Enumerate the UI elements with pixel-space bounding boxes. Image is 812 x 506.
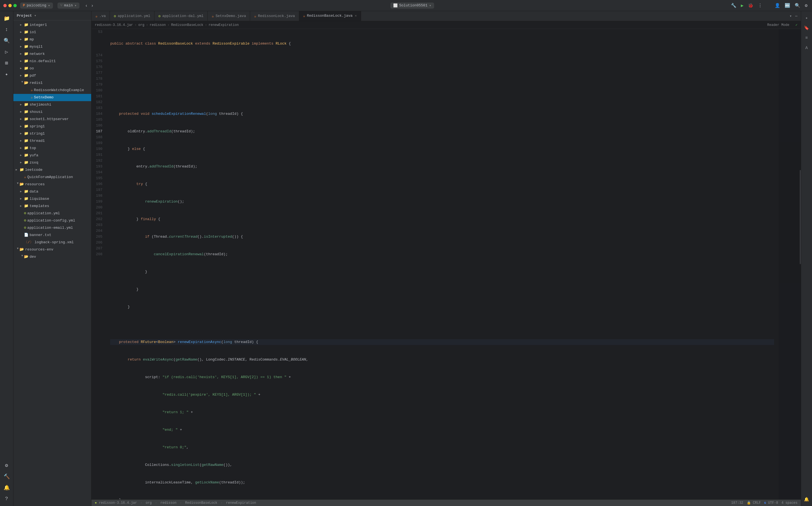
sidebar-item-appconfig[interactable]: ⚙ application-config.yml <box>13 217 91 224</box>
search-icon[interactable]: 🔍 <box>794 2 801 9</box>
reader-mode-button[interactable]: Reader Mode <box>765 22 792 27</box>
sidebar-item-redis1[interactable]: ▶ 📂 redis1 <box>13 79 91 87</box>
sidebar-item-appyml[interactable]: ⚙ application.yml <box>13 210 91 217</box>
sidebar-item-yufa[interactable]: ▶ 📁 yufa <box>13 152 91 159</box>
sidebar-item-top[interactable]: ▶ 📁 top <box>13 145 91 152</box>
breadcrumb-redisson[interactable]: redisson <box>150 23 166 27</box>
structure-icon[interactable]: ≡ <box>802 33 811 43</box>
git-icon[interactable]: ↕ <box>2 24 12 34</box>
sidebar-item-appemail[interactable]: ⚙ application-email.yml <box>13 224 91 232</box>
sidebar-dropdown-icon[interactable]: ▾ <box>34 13 36 18</box>
sidebar-item-mysql1[interactable]: ▶ 📁 mysql1 <box>13 43 91 51</box>
breadcrumb-method[interactable]: renewExpiration <box>209 23 239 27</box>
solution-selector[interactable]: ⬜ Solution05501 ▾ <box>390 2 434 9</box>
sidebar-item-socket[interactable]: ▶ 📁 socket1.httpserver <box>13 116 91 123</box>
back-button[interactable]: ‹ <box>84 2 89 9</box>
branch-dropdown-icon: ▾ <box>74 3 77 8</box>
breadcrumb-jar[interactable]: redisson-3.16.4.jar <box>95 23 133 27</box>
extensions-icon[interactable]: ⊞ <box>2 58 12 68</box>
tab-close-icon[interactable]: ✕ <box>355 14 357 18</box>
settings-sidebar-icon[interactable]: ⚙ <box>2 460 12 470</box>
tools-icon[interactable]: 🔧 <box>730 2 738 9</box>
tab-label: RedissonLock.java <box>258 14 295 18</box>
project-selector[interactable]: P paicoding ▾ <box>20 2 53 9</box>
sidebar-item-zsxq[interactable]: ▶ 📁 zsxq <box>13 159 91 166</box>
notification-icon[interactable]: 🔔 <box>2 483 12 493</box>
status-class[interactable]: RedissonBaseLock <box>185 501 217 505</box>
sidebar-item-pdf[interactable]: ▶ 📁 pdf <box>13 72 91 79</box>
tab-setnx[interactable]: ☕ SetnxDemo.java <box>208 11 250 21</box>
translate-right-icon[interactable]: A <box>802 44 811 53</box>
navigation-buttons: ‹ › <box>84 2 95 9</box>
status-indent[interactable]: 4 spaces <box>781 501 798 505</box>
breadcrumb-class[interactable]: RedissonBaseLock <box>171 23 203 27</box>
build-icon[interactable]: 🔨 <box>2 472 12 482</box>
project-name: paicoding <box>27 3 46 7</box>
bookmarks-icon[interactable]: 🔖 <box>802 23 811 32</box>
sidebar-item-watchdog[interactable]: ☕ RedissonWatchdogExample <box>13 87 91 94</box>
tab-more-icon[interactable]: ⋯ <box>794 13 799 19</box>
code-line-190: "redis.call('pexpire', KEYS[1], ARGV[1])… <box>110 392 774 398</box>
status-redisson[interactable]: redisson <box>160 501 176 505</box>
tab-appdal[interactable]: ⚙ application-dal.yml <box>154 11 208 21</box>
forward-button[interactable]: › <box>90 2 94 9</box>
sidebar-item-string1[interactable]: ▶ 📁 string1 <box>13 130 91 137</box>
sidebar-item-mp[interactable]: ▶ 📁 mp <box>13 36 91 43</box>
run-icon[interactable]: ▶ <box>740 2 745 9</box>
code-container[interactable]: 53 174 175 176 177 178 179 180 181 182 1… <box>91 29 801 499</box>
sidebar-item-setnxdemo[interactable]: ☕ SetnxDemo <box>13 94 91 101</box>
notifications-right-icon[interactable]: 🔔 <box>802 495 811 504</box>
translate-icon[interactable]: 🔤 <box>784 2 791 9</box>
sidebar-item-shousi[interactable]: ▶ 📁 shousi <box>13 108 91 116</box>
sidebar-item-oo[interactable]: ▶ 📁 oo <box>13 65 91 72</box>
sidebar-item-resources[interactable]: ▶ 📂 resources <box>13 181 91 188</box>
maximize-button[interactable] <box>13 4 17 7</box>
sidebar-item-liquibase[interactable]: ▶ 📁 liquibase <box>13 195 91 202</box>
status-method[interactable]: renewExpiration <box>226 501 256 505</box>
sidebar-item-shejimoshi[interactable]: ▶ 📁 shejimoshi <box>13 101 91 108</box>
sidebar-item-nio[interactable]: ▶ 📁 nio.default1 <box>13 58 91 65</box>
sidebar-item-leetcode[interactable]: ▶ 📁 leetcode <box>13 166 91 174</box>
sidebar-item-io1[interactable]: ▶ 📁 io1 <box>13 29 91 36</box>
tab-appyml[interactable]: ⚙ application.yml <box>110 11 154 21</box>
more-icon[interactable]: ⋮ <box>757 2 763 9</box>
status-position[interactable]: 187:32 <box>731 501 743 505</box>
tab-java1[interactable]: ☕ .va <box>91 11 110 21</box>
run-sidebar-icon[interactable]: ▷ <box>2 47 12 57</box>
tab-list-icon[interactable]: ▾ <box>788 13 793 19</box>
sidebar-item-quickforum[interactable]: ☕ QuickForumApplication <box>13 174 91 181</box>
status-encoding[interactable]: 🔒 CRLF <box>747 501 761 505</box>
profile-icon[interactable]: 👤 <box>773 2 781 9</box>
tab-redissonlock[interactable]: ☕ RedissonLock.java <box>250 11 299 21</box>
code-editor[interactable]: public abstract class RedissonBaseLock e… <box>106 29 779 499</box>
close-button[interactable] <box>3 4 7 7</box>
sidebar-item-network[interactable]: ▶ 📁 network <box>13 51 91 58</box>
debug-icon[interactable]: 🐞 <box>747 2 754 9</box>
sidebar-item-data[interactable]: ▶ 📁 data <box>13 188 91 195</box>
branch-selector[interactable]: ⑂ main ▾ <box>58 2 79 9</box>
ai-icon[interactable]: ✦ <box>2 69 12 79</box>
sidebar-item-dev[interactable]: ▶ 📂 dev <box>13 253 91 260</box>
tab-redissonbaselock[interactable]: ☕ RedissonBaseLock.java ✕ <box>299 11 361 21</box>
sidebar-content[interactable]: ▶ 📁 integer1 ▶ 📁 io1 ▶ 📁 mp ▶ 📁 mysql1 ▶ <box>13 20 91 506</box>
settings-icon[interactable]: ⚙ <box>804 2 809 9</box>
explorer-icon[interactable]: 📁 <box>2 13 12 23</box>
sidebar-item-resources-env[interactable]: ▶ 📂 resources-env <box>13 246 91 253</box>
breadcrumb-org[interactable]: org <box>138 23 144 27</box>
help-icon[interactable]: ? <box>2 494 12 504</box>
sidebar-item-spring1[interactable]: ▶ 📁 spring1 <box>13 123 91 130</box>
sidebar-item-banner[interactable]: 📄 banner.txt <box>13 232 91 239</box>
code-line-174: protected void scheduleExpirationRenewal… <box>110 111 774 117</box>
sidebar-item-templates[interactable]: ▶ 📁 templates <box>13 202 91 210</box>
sidebar-item-integer1[interactable]: ▶ 📁 integer1 <box>13 21 91 29</box>
minimize-button[interactable] <box>8 4 12 7</box>
find-icon[interactable]: 🔍 <box>2 36 12 46</box>
status-git[interactable]: ● redisson-3.16.4.jar <box>95 501 137 505</box>
sidebar-item-thread1[interactable]: ▶ 📁 thread1 <box>13 137 91 145</box>
status-charset[interactable]: G UTF-8 <box>764 501 778 505</box>
sidebar-item-logback[interactable]: 〈/〉 logback-spring.xml <box>13 239 91 246</box>
status-path[interactable]: org <box>146 501 152 505</box>
arrow-icon: ▶ <box>20 152 24 159</box>
ai-assistant-icon[interactable]: ✦ <box>802 13 811 22</box>
arrow-icon: ▶ <box>20 102 24 108</box>
